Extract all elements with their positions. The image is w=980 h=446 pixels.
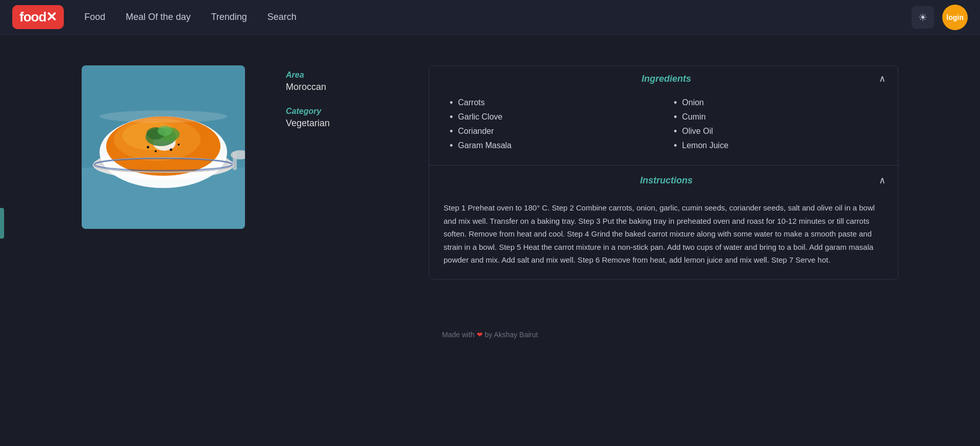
brand-name: food [19,9,46,25]
ingredients-grid: Carrots Garlic Clove Coriander Garam Mas… [429,91,898,163]
ingredients-right-col: Onion Cumin Olive Oil Lemon Juice [674,96,877,153]
category-label: Category [286,107,388,116]
footer: Made with ❤ by Akshay Bairut [0,320,980,349]
area-value: Moroccan [286,82,388,92]
area-label: Area [286,71,388,80]
category-value: Vegetarian [286,118,388,129]
ingredients-toggle-button[interactable]: ∧ [879,73,886,84]
theme-toggle-button[interactable]: ☀ [912,6,934,29]
nav-meal-of-day[interactable]: Meal Of the day [126,10,190,25]
ingredient-item: Onion [674,96,877,110]
ingredient-item: Garlic Clove [450,110,653,124]
recipe-image [82,65,245,229]
svg-point-17 [100,110,227,123]
sun-icon: ☀ [918,11,927,24]
instructions-title: Instructions [454,175,879,186]
ingredient-item: Lemon Juice [674,138,877,153]
ingredients-header: Ingredients ∧ [429,66,898,91]
ingredient-item: Coriander [450,124,653,138]
login-button[interactable]: login [942,5,968,30]
recipe-details: Ingredients ∧ Carrots Garlic Clove Coria… [429,65,898,279]
instructions-body: Step 1 Preheat oven to 180° C. Step 2 Co… [429,193,898,279]
brand-x: ✕ [46,9,57,25]
brand-logo[interactable]: food✕ [12,5,64,29]
ingredient-item: Cumin [674,110,877,124]
heart-icon: ❤ [477,331,483,339]
ingredient-item: Garam Masala [450,138,653,153]
navbar: food✕ Food Meal Of the day Trending Sear… [0,0,980,35]
svg-point-12 [158,126,172,136]
recipe-meta: Area Moroccan Category Vegetarian [286,65,388,143]
svg-point-15 [178,144,180,146]
nav-search[interactable]: Search [267,10,297,25]
svg-rect-21 [233,152,237,170]
nav-food[interactable]: Food [84,10,105,25]
nav-actions: ☀ login [912,5,968,30]
instructions-header: Instructions ∧ [429,168,898,193]
instructions-toggle-button[interactable]: ∧ [879,175,886,186]
nav-trending[interactable]: Trending [211,10,247,25]
ingredients-title: Ingredients [454,74,879,84]
footer-text: Made with ❤ by Akshay Bairut [442,331,538,339]
scroll-indicator [0,208,4,239]
svg-point-14 [155,150,157,152]
main-content: Area Moroccan Category Vegetarian Ingred… [0,35,980,300]
ingredient-item: Carrots [450,96,653,110]
ingredient-item: Olive Oil [674,124,877,138]
svg-point-13 [147,146,150,149]
recipe-image-wrapper [82,65,245,229]
svg-point-16 [170,149,173,151]
instructions-text: Step 1 Preheat oven to 180° C. Step 2 Co… [444,201,884,267]
ingredients-left-col: Carrots Garlic Clove Coriander Garam Mas… [450,96,653,153]
section-divider [429,165,898,166]
nav-links: Food Meal Of the day Trending Search [84,10,912,25]
